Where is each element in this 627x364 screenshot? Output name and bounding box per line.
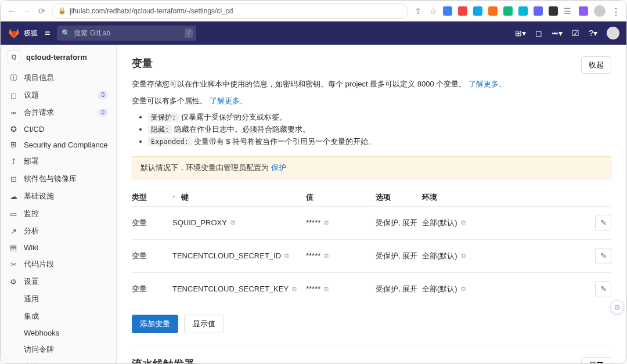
ext-icon[interactable] — [443, 6, 452, 16]
info-icon: ⓘ — [9, 73, 18, 83]
sidebar-item-snippets[interactable]: ✂代码片段 — [1, 255, 116, 273]
menu-icon[interactable]: ≡ — [45, 28, 50, 38]
var-value: ***** ⧉ — [306, 251, 376, 260]
brand-logo[interactable]: 极狐 — [8, 27, 38, 39]
section-desc2: 变量可以有多个属性。 了解更多。 — [132, 95, 611, 107]
sidebar-sub-webhooks[interactable]: Webhooks — [1, 325, 116, 341]
gitlab-header: 极狐 ≡ 🔍 搜索 GitLab / ⊞▾ ◻ ⥈▾ ☑ ?▾ — [1, 21, 626, 45]
book-icon: ▤ — [9, 243, 18, 252]
copy-icon[interactable]: ⧉ — [324, 219, 329, 226]
ext-icon[interactable] — [488, 6, 498, 16]
copy-icon[interactable]: ⧉ — [461, 252, 466, 260]
back-button[interactable]: ← — [6, 6, 17, 16]
sidebar-item-wiki[interactable]: ▤Wiki — [1, 240, 116, 255]
sidebar-sub-general[interactable]: 通用 — [1, 290, 116, 308]
floating-widget[interactable]: ⊙ — [610, 300, 624, 314]
sidebar-sub-integrations[interactable]: 集成 — [1, 308, 116, 325]
search-input[interactable]: 🔍 搜索 GitLab / — [57, 26, 196, 41]
profile-avatar[interactable] — [594, 5, 606, 17]
sidebar-sub-repo[interactable]: 仓库 — [1, 358, 116, 363]
var-key: TENCENTCLOUD_SECRET_KEY ⧉ — [172, 284, 306, 293]
protect-link[interactable]: 保护 — [271, 163, 286, 172]
lock-icon: 🔒 — [58, 7, 66, 15]
var-type: 变量 — [132, 218, 172, 228]
copy-icon[interactable]: ⧉ — [461, 219, 466, 226]
var-value: ***** ⧉ — [306, 284, 376, 293]
table-row: 变量TENCENTCLOUD_SECRET_ID ⧉***** ⧉受保护, 展开… — [132, 239, 611, 272]
gitlab-icon — [8, 27, 20, 39]
project-header[interactable]: Q qcloud-terraform — [1, 45, 116, 69]
plus-icon[interactable]: ⊞▾ — [515, 28, 526, 38]
reveal-values-button[interactable]: 显示值 — [184, 315, 224, 333]
monitor-icon: ▭ — [9, 210, 18, 218]
issues-icon: ◻ — [9, 91, 18, 100]
ext-icon[interactable] — [518, 6, 528, 16]
sidebar-item-cicd[interactable]: ✪CI/CD — [1, 121, 116, 137]
sidebar-item-info[interactable]: ⓘ项目信息 — [1, 69, 116, 87]
ext-icon[interactable] — [549, 6, 558, 16]
copy-icon[interactable]: ⧉ — [461, 285, 466, 293]
col-options: 选项 — [376, 192, 422, 203]
ext-icon[interactable] — [458, 6, 467, 16]
collapse-button[interactable]: 收起 — [581, 56, 611, 74]
ext-icon[interactable] — [579, 6, 588, 16]
sidebar-item-security[interactable]: ⛨Security and Compliance — [1, 137, 116, 153]
gear-icon: ⚙ — [9, 277, 18, 286]
mr-icon[interactable]: ⥈▾ — [552, 28, 563, 38]
reload-button[interactable]: ⟳ — [37, 6, 47, 16]
sidebar-item-mr[interactable]: ⥈合并请求0 — [1, 104, 116, 121]
project-avatar: Q — [8, 51, 20, 63]
triggers-title: 流水线触发器 — [132, 357, 194, 363]
table-row: 变量TENCENTCLOUD_SECRET_KEY ⧉***** ⧉受保护, 展… — [132, 272, 611, 305]
learn-more-link[interactable]: 了解更多。 — [210, 96, 247, 105]
col-key[interactable]: ↑键 — [172, 192, 306, 203]
sidebar-item-deploy[interactable]: ⤴部署 — [1, 153, 116, 170]
browser-menu[interactable]: ⋮ — [611, 6, 621, 16]
copy-icon[interactable]: ⧉ — [284, 252, 289, 260]
sidebar-item-settings[interactable]: ⚙设置 — [1, 273, 116, 290]
table-row: 变量SQUID_PROXY ⧉***** ⧉受保护, 展开全部(默认) ⧉✎ — [132, 206, 611, 239]
url-text: jihulab.com/redhatxl/qcloud-terraform/-/… — [70, 7, 233, 15]
expand-button[interactable]: 展开 — [581, 357, 611, 363]
copy-icon[interactable]: ⧉ — [324, 285, 329, 293]
sidebar-item-issues[interactable]: ◻议题0 — [1, 87, 116, 104]
sidebar-item-infra[interactable]: ☁基础设施 — [1, 188, 116, 205]
share-icon[interactable]: ⇪ — [413, 6, 423, 16]
edit-button[interactable]: ✎ — [595, 215, 611, 231]
learn-more-link[interactable]: 了解更多。 — [469, 80, 506, 88]
ext-icon[interactable] — [473, 6, 482, 16]
ext-icon[interactable] — [534, 6, 543, 16]
todos-icon[interactable]: ☑ — [572, 28, 579, 38]
var-value: ***** ⧉ — [306, 218, 376, 227]
edit-button[interactable]: ✎ — [595, 281, 611, 297]
copy-icon[interactable]: ⧉ — [230, 219, 235, 226]
col-type: 类型 — [132, 192, 172, 203]
help-icon[interactable]: ?▾ — [589, 28, 597, 38]
reading-list-icon[interactable]: ☰ — [564, 6, 573, 16]
forward-button[interactable]: → — [21, 6, 32, 16]
copy-icon[interactable]: ⧉ — [324, 252, 329, 260]
ext-icon[interactable] — [503, 6, 513, 16]
url-bar[interactable]: 🔒 jihulab.com/redhatxl/qcloud-terraform/… — [52, 3, 408, 19]
col-env: 环境 — [422, 192, 480, 203]
browser-toolbar: ← → ⟳ 🔒 jihulab.com/redhatxl/qcloud-terr… — [1, 1, 626, 21]
var-type: 变量 — [132, 284, 172, 294]
scissors-icon: ✂ — [9, 260, 18, 269]
copy-icon[interactable]: ⧉ — [292, 285, 297, 293]
sidebar-item-analytics[interactable]: ↗分析 — [1, 222, 116, 240]
star-icon[interactable]: ☆ — [428, 6, 438, 16]
search-shortcut: / — [185, 28, 193, 38]
user-avatar[interactable] — [607, 27, 619, 39]
sort-icon: ↑ — [172, 194, 175, 200]
add-variable-button[interactable]: 添加变量 — [132, 315, 178, 333]
edit-button[interactable]: ✎ — [595, 248, 611, 264]
info-alert: 默认情况下，环境变量由管理员配置为 保护 — [132, 156, 611, 179]
section-title: 变量 — [132, 56, 153, 70]
sidebar-item-monitor[interactable]: ▭监控 — [1, 205, 116, 222]
sidebar-item-packages[interactable]: ⊡软件包与镜像库 — [1, 170, 116, 188]
sidebar-sub-tokens[interactable]: 访问令牌 — [1, 341, 116, 358]
rocket-icon: ✪ — [9, 125, 18, 134]
var-env: 全部(默认) ⧉ — [422, 218, 480, 228]
shield-icon: ⛨ — [9, 140, 18, 149]
issues-icon[interactable]: ◻ — [535, 28, 542, 38]
